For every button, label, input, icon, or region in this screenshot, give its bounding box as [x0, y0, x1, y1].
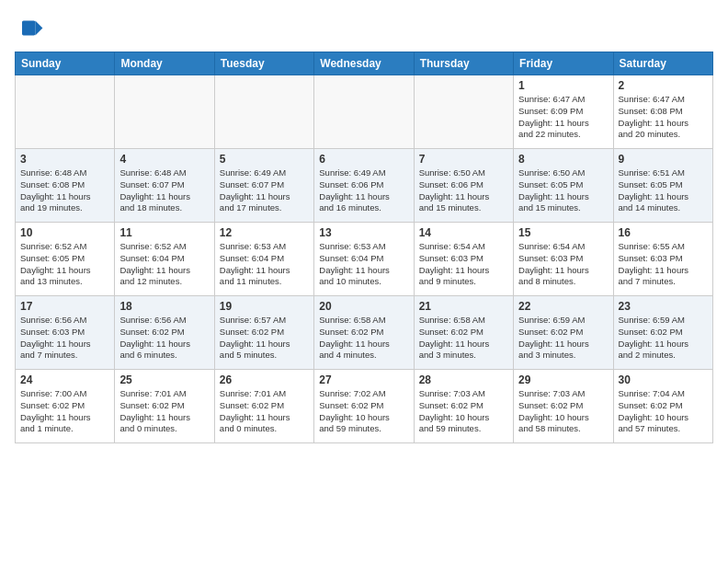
- day-number: 14: [419, 226, 508, 239]
- calendar-day: 5Sunrise: 6:49 AM Sunset: 6:07 PM Daylig…: [214, 149, 313, 223]
- day-info: Sunrise: 6:49 AM Sunset: 6:07 PM Dayligh…: [220, 167, 309, 214]
- day-info: Sunrise: 7:03 AM Sunset: 6:02 PM Dayligh…: [518, 388, 608, 435]
- day-info: Sunrise: 6:49 AM Sunset: 6:06 PM Dayligh…: [319, 167, 408, 214]
- calendar-day: 11Sunrise: 6:52 AM Sunset: 6:04 PM Dayli…: [115, 223, 214, 296]
- day-info: Sunrise: 6:51 AM Sunset: 6:05 PM Dayligh…: [619, 167, 708, 214]
- day-number: 10: [20, 226, 109, 239]
- day-number: 27: [319, 373, 408, 386]
- day-number: 23: [619, 300, 708, 313]
- day-info: Sunrise: 6:59 AM Sunset: 6:02 PM Dayligh…: [518, 315, 608, 362]
- day-number: 4: [119, 153, 209, 166]
- calendar-week-5: 24Sunrise: 7:00 AM Sunset: 6:02 PM Dayli…: [16, 370, 713, 443]
- logo: [15, 15, 48, 44]
- calendar-day: [214, 75, 313, 149]
- calendar-day: 28Sunrise: 7:03 AM Sunset: 6:02 PM Dayli…: [414, 370, 513, 443]
- calendar-day: 3Sunrise: 6:48 AM Sunset: 6:08 PM Daylig…: [16, 149, 115, 223]
- weekday-header-row: SundayMondayTuesdayWednesdayThursdayFrid…: [16, 52, 713, 75]
- calendar-day: 13Sunrise: 6:53 AM Sunset: 6:04 PM Dayli…: [314, 223, 414, 296]
- calendar-day: [414, 75, 513, 149]
- day-info: Sunrise: 6:50 AM Sunset: 6:06 PM Dayligh…: [419, 167, 508, 214]
- calendar-day: 7Sunrise: 6:50 AM Sunset: 6:06 PM Daylig…: [414, 149, 513, 223]
- day-number: 12: [220, 226, 309, 239]
- calendar-week-4: 17Sunrise: 6:56 AM Sunset: 6:03 PM Dayli…: [16, 296, 713, 370]
- day-info: Sunrise: 6:59 AM Sunset: 6:02 PM Dayligh…: [619, 315, 708, 362]
- calendar-day: 19Sunrise: 6:57 AM Sunset: 6:02 PM Dayli…: [214, 296, 313, 370]
- weekday-header-saturday: Saturday: [613, 52, 712, 75]
- calendar-day: 4Sunrise: 6:48 AM Sunset: 6:07 PM Daylig…: [115, 149, 214, 223]
- page-header: [15, 15, 713, 44]
- day-info: Sunrise: 7:04 AM Sunset: 6:02 PM Dayligh…: [619, 388, 708, 435]
- calendar-day: 15Sunrise: 6:54 AM Sunset: 6:03 PM Dayli…: [514, 223, 613, 296]
- weekday-header-wednesday: Wednesday: [314, 52, 414, 75]
- calendar-day: 9Sunrise: 6:51 AM Sunset: 6:05 PM Daylig…: [613, 149, 712, 223]
- day-info: Sunrise: 6:58 AM Sunset: 6:02 PM Dayligh…: [419, 315, 508, 362]
- calendar-week-3: 10Sunrise: 6:52 AM Sunset: 6:05 PM Dayli…: [16, 223, 713, 296]
- day-number: 13: [319, 226, 408, 239]
- day-number: 19: [220, 300, 309, 313]
- calendar-day: 18Sunrise: 6:56 AM Sunset: 6:02 PM Dayli…: [115, 296, 214, 370]
- day-number: 21: [419, 300, 508, 313]
- logo-icon: [15, 15, 44, 44]
- day-number: 5: [220, 153, 309, 166]
- day-number: 7: [419, 153, 508, 166]
- day-info: Sunrise: 7:01 AM Sunset: 6:02 PM Dayligh…: [119, 388, 209, 435]
- day-info: Sunrise: 7:01 AM Sunset: 6:02 PM Dayligh…: [220, 388, 309, 435]
- calendar-day: 25Sunrise: 7:01 AM Sunset: 6:02 PM Dayli…: [115, 370, 214, 443]
- day-number: 16: [619, 226, 708, 239]
- day-info: Sunrise: 6:52 AM Sunset: 6:05 PM Dayligh…: [20, 241, 109, 288]
- day-info: Sunrise: 6:56 AM Sunset: 6:02 PM Dayligh…: [119, 315, 209, 362]
- weekday-header-monday: Monday: [115, 52, 214, 75]
- calendar-day: [16, 75, 115, 149]
- weekday-header-thursday: Thursday: [414, 52, 513, 75]
- calendar-week-1: 1Sunrise: 6:47 AM Sunset: 6:09 PM Daylig…: [16, 75, 713, 149]
- calendar-day: 1Sunrise: 6:47 AM Sunset: 6:09 PM Daylig…: [514, 75, 613, 149]
- day-info: Sunrise: 6:53 AM Sunset: 6:04 PM Dayligh…: [220, 241, 309, 288]
- day-info: Sunrise: 6:53 AM Sunset: 6:04 PM Dayligh…: [319, 241, 408, 288]
- calendar-day: 12Sunrise: 6:53 AM Sunset: 6:04 PM Dayli…: [214, 223, 313, 296]
- weekday-header-friday: Friday: [514, 52, 613, 75]
- day-info: Sunrise: 6:55 AM Sunset: 6:03 PM Dayligh…: [619, 241, 708, 288]
- day-info: Sunrise: 6:47 AM Sunset: 6:08 PM Dayligh…: [619, 94, 708, 141]
- day-number: 18: [119, 300, 209, 313]
- day-info: Sunrise: 6:54 AM Sunset: 6:03 PM Dayligh…: [518, 241, 608, 288]
- day-number: 3: [20, 153, 109, 166]
- calendar-day: 23Sunrise: 6:59 AM Sunset: 6:02 PM Dayli…: [613, 296, 712, 370]
- day-number: 17: [20, 300, 109, 313]
- day-info: Sunrise: 7:00 AM Sunset: 6:02 PM Dayligh…: [20, 388, 109, 435]
- calendar-day: 10Sunrise: 6:52 AM Sunset: 6:05 PM Dayli…: [16, 223, 115, 296]
- day-number: 11: [119, 226, 209, 239]
- day-number: 22: [518, 300, 608, 313]
- svg-marker-0: [35, 20, 42, 35]
- day-number: 20: [319, 300, 408, 313]
- day-number: 25: [119, 373, 209, 386]
- calendar-day: 26Sunrise: 7:01 AM Sunset: 6:02 PM Dayli…: [214, 370, 313, 443]
- weekday-header-tuesday: Tuesday: [214, 52, 313, 75]
- day-number: 29: [518, 373, 608, 386]
- day-info: Sunrise: 6:50 AM Sunset: 6:05 PM Dayligh…: [518, 167, 608, 214]
- calendar-day: 20Sunrise: 6:58 AM Sunset: 6:02 PM Dayli…: [314, 296, 414, 370]
- day-info: Sunrise: 6:56 AM Sunset: 6:03 PM Dayligh…: [20, 315, 109, 362]
- svg-rect-1: [22, 20, 35, 35]
- day-info: Sunrise: 6:52 AM Sunset: 6:04 PM Dayligh…: [119, 241, 209, 288]
- day-number: 8: [518, 153, 608, 166]
- calendar-day: 6Sunrise: 6:49 AM Sunset: 6:06 PM Daylig…: [314, 149, 414, 223]
- calendar-day: 8Sunrise: 6:50 AM Sunset: 6:05 PM Daylig…: [514, 149, 613, 223]
- day-info: Sunrise: 6:48 AM Sunset: 6:07 PM Dayligh…: [119, 167, 209, 214]
- calendar-day: 29Sunrise: 7:03 AM Sunset: 6:02 PM Dayli…: [514, 370, 613, 443]
- calendar-table: SundayMondayTuesdayWednesdayThursdayFrid…: [15, 52, 713, 443]
- day-number: 9: [619, 153, 708, 166]
- day-info: Sunrise: 6:58 AM Sunset: 6:02 PM Dayligh…: [319, 315, 408, 362]
- day-info: Sunrise: 7:03 AM Sunset: 6:02 PM Dayligh…: [419, 388, 508, 435]
- day-number: 6: [319, 153, 408, 166]
- calendar-day: 30Sunrise: 7:04 AM Sunset: 6:02 PM Dayli…: [613, 370, 712, 443]
- calendar-day: 27Sunrise: 7:02 AM Sunset: 6:02 PM Dayli…: [314, 370, 414, 443]
- calendar-day: [115, 75, 214, 149]
- calendar-day: 21Sunrise: 6:58 AM Sunset: 6:02 PM Dayli…: [414, 296, 513, 370]
- calendar-week-2: 3Sunrise: 6:48 AM Sunset: 6:08 PM Daylig…: [16, 149, 713, 223]
- day-number: 2: [619, 79, 708, 92]
- calendar-day: 14Sunrise: 6:54 AM Sunset: 6:03 PM Dayli…: [414, 223, 513, 296]
- calendar-day: [314, 75, 414, 149]
- day-info: Sunrise: 6:48 AM Sunset: 6:08 PM Dayligh…: [20, 167, 109, 214]
- calendar-day: 16Sunrise: 6:55 AM Sunset: 6:03 PM Dayli…: [613, 223, 712, 296]
- day-number: 24: [20, 373, 109, 386]
